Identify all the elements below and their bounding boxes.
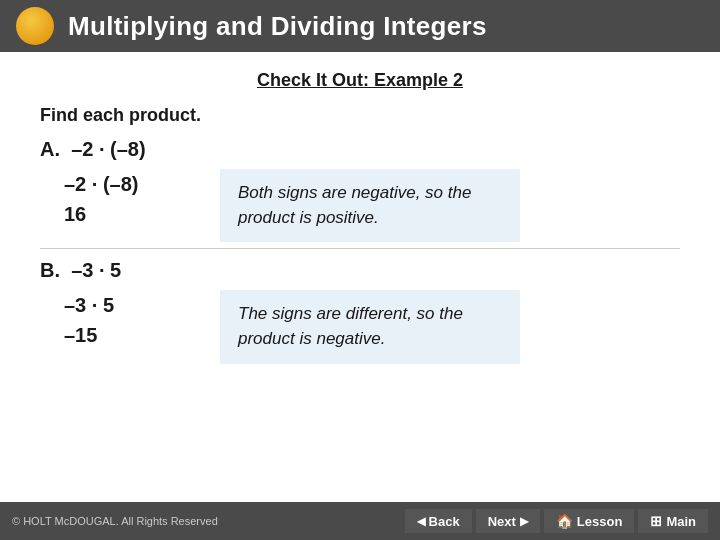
part-b-steps: –3 · 5 –15 xyxy=(40,290,200,350)
part-a-explanation-box: Both signs are negative, so the product … xyxy=(220,169,520,242)
subject-icon xyxy=(16,7,54,45)
part-a-steps: –2 · (–8) 16 xyxy=(40,169,200,229)
copyright-text: © HOLT McDOUGAL. All Rights Reserved xyxy=(12,515,218,527)
part-a-explanation: Both signs are negative, so the product … xyxy=(238,183,471,227)
part-b-explanation: The signs are different, so the product … xyxy=(238,304,463,348)
lesson-icon: 🏠 xyxy=(556,513,573,529)
part-b-section: B. –3 · 5 –3 · 5 –15 The signs are diffe… xyxy=(40,259,680,363)
divider-a xyxy=(40,248,680,249)
back-arrow-icon: ◀ xyxy=(417,515,425,528)
page-title: Multiplying and Dividing Integers xyxy=(68,11,487,42)
part-a-label: A. –2 · (–8) xyxy=(40,138,680,161)
part-b-label: B. –3 · 5 xyxy=(40,259,680,282)
part-a-problem-row: –2 · (–8) 16 Both signs are negative, so… xyxy=(40,169,680,242)
next-arrow-icon: ▶ xyxy=(520,515,528,528)
section-subtitle: Check It Out: Example 2 xyxy=(40,70,680,91)
nav-buttons: ◀ Back Next ▶ 🏠 Lesson ⊞ Main xyxy=(405,509,708,533)
footer: © HOLT McDOUGAL. All Rights Reserved ◀ B… xyxy=(0,502,720,540)
part-a-step-2: 16 xyxy=(64,199,200,229)
part-a-step-1: –2 · (–8) xyxy=(64,169,200,199)
next-button[interactable]: Next ▶ xyxy=(476,509,540,533)
part-b-explanation-box: The signs are different, so the product … xyxy=(220,290,520,363)
header: Multiplying and Dividing Integers xyxy=(0,0,720,52)
find-label: Find each product. xyxy=(40,105,680,126)
part-b-step-1: –3 · 5 xyxy=(64,290,200,320)
lesson-button[interactable]: 🏠 Lesson xyxy=(544,509,635,533)
part-b-step-2: –15 xyxy=(64,320,200,350)
main-content: Check It Out: Example 2 Find each produc… xyxy=(0,52,720,378)
part-b-problem-row: –3 · 5 –15 The signs are different, so t… xyxy=(40,290,680,363)
main-button[interactable]: ⊞ Main xyxy=(638,509,708,533)
main-icon: ⊞ xyxy=(650,513,662,529)
back-button[interactable]: ◀ Back xyxy=(405,509,472,533)
